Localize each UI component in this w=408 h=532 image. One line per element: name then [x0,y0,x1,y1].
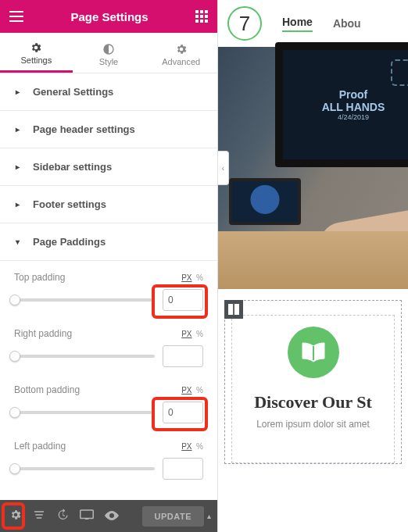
story-heading: Discover Our St [240,392,386,412]
update-button[interactable]: UPDATE [142,506,204,527]
bottom-padding-control: Bottom padding PX % [14,384,203,423]
panel-header: Page Settings [0,0,217,33]
unit-toggle[interactable]: PX % [181,330,203,338]
hero-desk [218,231,408,289]
bottom-padding-label: Bottom padding [14,384,80,395]
section-paddings-label: Page Paddings [33,236,106,248]
section-footer-label: Footer settings [33,198,106,210]
right-padding-input[interactable] [163,345,203,367]
logo-number: 7 [239,12,250,36]
padding-controls: Top padding PX % Right padding PX % [0,261,217,480]
settings-gear-icon[interactable] [9,509,22,524]
tab-settings[interactable]: Settings [0,33,73,73]
page-preview: 7 Home Abou ProofALL HANDS 4/24/2019 ‹ [218,0,408,532]
site-logo[interactable]: 7 [227,6,262,41]
left-padding-control: Left padding PX % [14,441,203,480]
svg-rect-11 [205,20,208,23]
hero-tablet [229,178,301,225]
left-padding-input[interactable] [163,458,203,480]
section-general-label: General Settings [33,86,113,98]
bottom-padding-slider[interactable] [14,406,155,419]
svg-rect-14 [228,304,233,315]
svg-rect-4 [200,10,203,13]
hamburger-icon[interactable] [9,11,23,22]
apps-grid-icon[interactable] [195,10,208,23]
right-padding-slider[interactable] [14,350,155,362]
left-padding-label: Left padding [14,441,66,452]
site-nav: 7 Home Abou [218,0,408,47]
caret-down-icon: ▾ [16,237,23,246]
svg-rect-12 [81,510,94,519]
section-page-header-label: Page header settings [33,123,135,135]
svg-rect-8 [205,15,208,18]
settings-panel: Page Settings Settings Style Advanced ▸ [0,0,218,532]
tab-settings-label: Settings [20,55,52,65]
svg-rect-5 [205,10,208,13]
svg-rect-13 [85,518,89,520]
sections: ▸ General Settings ▸ Page header setting… [0,73,217,500]
svg-rect-1 [9,16,23,17]
navigator-icon[interactable] [33,509,45,524]
column-handle-icon[interactable] [224,300,243,319]
section-page-header[interactable]: ▸ Page header settings [0,111,217,148]
svg-rect-15 [234,304,239,315]
svg-rect-0 [9,11,23,12]
caret-right-icon: ▸ [16,87,23,96]
top-padding-control: Top padding PX % [14,272,203,311]
section-sidebar[interactable]: ▸ Sidebar settings [0,148,217,186]
editor-section: Discover Our St Lorem ipsum dolor sit am… [218,289,408,464]
unit-toggle[interactable]: PX % [181,273,203,282]
svg-rect-6 [195,15,199,18]
panel-title: Page Settings [70,10,148,23]
preview-eye-icon[interactable] [105,509,119,523]
nav-link-about[interactable]: Abou [333,17,361,30]
panel-collapse-handle[interactable]: ‹ [218,151,229,185]
svg-rect-7 [200,15,203,18]
column[interactable]: Discover Our St Lorem ipsum dolor sit am… [231,315,395,463]
unit-toggle[interactable]: PX % [181,386,203,395]
section-general[interactable]: ▸ General Settings [0,73,217,111]
update-more-icon[interactable]: ▴ [207,512,211,520]
book-icon [288,327,339,378]
svg-rect-2 [9,20,23,22]
top-padding-label: Top padding [14,272,65,283]
tab-style-label: Style [99,57,118,66]
hero-image: ProofALL HANDS 4/24/2019 ‹ [218,47,408,289]
svg-rect-3 [195,10,199,13]
top-padding-slider[interactable] [14,294,155,306]
section-wrapper[interactable]: Discover Our St Lorem ipsum dolor sit am… [224,300,402,464]
history-icon[interactable] [56,509,69,524]
unit-toggle[interactable]: PX % [181,442,203,451]
top-padding-input[interactable] [163,289,203,311]
left-padding-slider[interactable] [14,462,155,475]
svg-rect-10 [200,20,203,23]
tab-style[interactable]: Style [73,33,145,73]
panel-footer: UPDATE ▴ [0,500,217,532]
caret-right-icon: ▸ [16,200,23,209]
tab-advanced[interactable]: Advanced [145,33,217,73]
caret-right-icon: ▸ [16,125,23,134]
tab-advanced-label: Advanced [162,57,200,66]
right-padding-control: Right padding PX % [14,328,203,367]
nav-link-home[interactable]: Home [282,16,313,32]
hero-monitor: ProofALL HANDS 4/24/2019 [275,42,408,167]
panel-tabs: Settings Style Advanced [0,33,217,73]
section-page-paddings[interactable]: ▾ Page Paddings [0,223,217,261]
bottom-padding-input[interactable] [163,402,203,423]
svg-rect-9 [195,20,199,23]
caret-right-icon: ▸ [16,162,23,171]
story-sub: Lorem ipsum dolor sit amet [240,419,386,430]
section-footer[interactable]: ▸ Footer settings [0,186,217,223]
right-padding-label: Right padding [14,328,72,339]
section-sidebar-label: Sidebar settings [33,161,112,173]
responsive-icon[interactable] [80,509,94,523]
